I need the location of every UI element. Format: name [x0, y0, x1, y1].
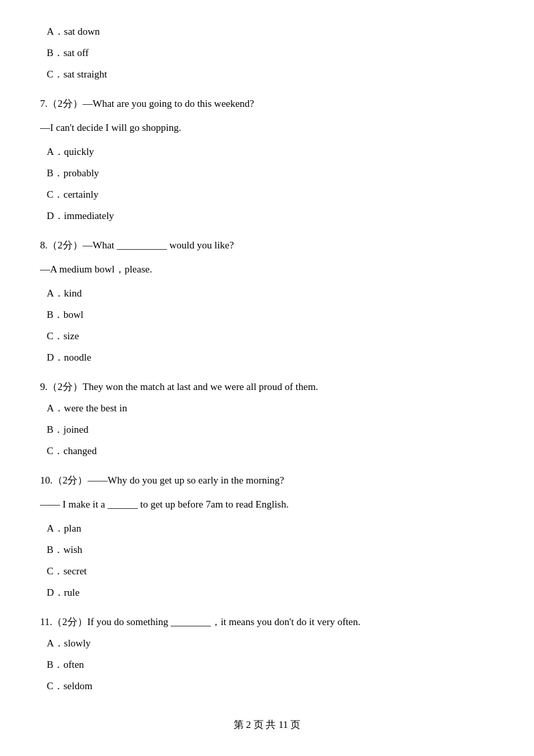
- option-line: A．plan: [40, 518, 494, 538]
- option-line: C．secret: [40, 561, 494, 581]
- option-line: C．seldom: [40, 676, 494, 696]
- text-line: —I can't decide I will go shopping.: [40, 118, 494, 138]
- question-line: 10.（2分）——Why do you get up so early in t…: [40, 470, 494, 490]
- option-line: C．certainly: [40, 184, 494, 204]
- option-line: A．slowly: [40, 633, 494, 653]
- option-line: B．probably: [40, 163, 494, 183]
- question-line: 11.（2分）If you do something ________，it m…: [40, 612, 494, 632]
- option-line: A．quickly: [40, 142, 494, 162]
- option-line: C．size: [40, 326, 494, 346]
- option-line: B．sat off: [40, 43, 494, 63]
- option-line: C．sat straight: [40, 64, 494, 84]
- option-line: D．noodle: [40, 347, 494, 367]
- option-line: B．often: [40, 654, 494, 675]
- option-line: B．joined: [40, 419, 494, 439]
- question-line: 9.（2分）They won the match at last and we …: [40, 377, 494, 397]
- text-line: —— I make it a ______ to get up before 7…: [40, 494, 494, 514]
- option-line: C．changed: [40, 441, 494, 461]
- option-line: D．immediately: [40, 206, 494, 226]
- page-footer: 第 2 页 共 11 页: [40, 716, 494, 734]
- question-line: 8.（2分）—What __________ would you like?: [40, 235, 494, 255]
- option-line: A．sat down: [40, 21, 494, 41]
- option-line: D．rule: [40, 582, 494, 602]
- option-line: A．were the best in: [40, 398, 494, 418]
- question-line: 7.（2分）—What are you going to do this wee…: [40, 93, 494, 114]
- option-line: B．bowl: [40, 305, 494, 325]
- text-line: —A medium bowl，please.: [40, 259, 494, 279]
- option-line: B．wish: [40, 540, 494, 560]
- option-line: A．kind: [40, 283, 494, 303]
